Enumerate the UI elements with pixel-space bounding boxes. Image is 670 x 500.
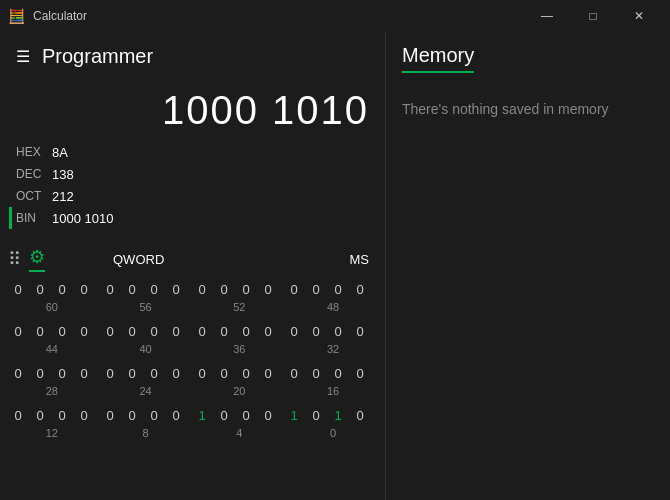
bit-numbers: 60565248 — [8, 301, 377, 313]
bit-cell[interactable]: 0 — [30, 403, 50, 427]
label-key: DEC — [16, 167, 52, 181]
bit-cell[interactable]: 1 — [192, 403, 212, 427]
bit-cell[interactable]: 0 — [306, 319, 326, 343]
bit-position-label: 48 — [289, 301, 377, 313]
bit-cell[interactable]: 0 — [30, 361, 50, 385]
bit-cell[interactable]: 0 — [144, 403, 164, 427]
bit-cell[interactable]: 0 — [166, 319, 186, 343]
bit-cell[interactable]: 0 — [122, 277, 142, 301]
bit-cell[interactable]: 0 — [328, 277, 348, 301]
bit-cell[interactable]: 0 — [122, 403, 142, 427]
bit-cell[interactable]: 0 — [236, 319, 256, 343]
bit-cell[interactable]: 0 — [350, 277, 370, 301]
bit-cell[interactable]: 0 — [100, 319, 120, 343]
bit-cell[interactable]: 0 — [192, 361, 212, 385]
bit-cell[interactable]: 0 — [214, 403, 234, 427]
bit-cell[interactable]: 0 — [166, 277, 186, 301]
memory-empty-message: There's nothing saved in memory — [402, 101, 654, 117]
bit-cell[interactable]: 0 — [8, 361, 28, 385]
bit-cell[interactable]: 0 — [306, 277, 326, 301]
ms-label: MS — [350, 252, 370, 267]
bit-cell[interactable]: 0 — [258, 361, 278, 385]
bit-group: 0000 — [100, 361, 186, 385]
maximize-button[interactable]: □ — [570, 0, 616, 32]
bit-group: 0000 — [192, 361, 278, 385]
grid-icon[interactable]: ⠿ — [8, 248, 21, 270]
close-button[interactable]: ✕ — [616, 0, 662, 32]
bit-cell[interactable]: 0 — [52, 277, 72, 301]
bit-cell[interactable]: 0 — [350, 361, 370, 385]
app-icon: 🧮 — [8, 8, 25, 24]
bit-toolbar: ⠿ ⚙ QWORD MS — [0, 241, 385, 277]
bit-position-label: 36 — [196, 343, 284, 355]
bit-cell[interactable]: 0 — [350, 319, 370, 343]
bit-cell[interactable]: 0 — [30, 319, 50, 343]
bit-cell[interactable]: 0 — [74, 403, 94, 427]
bit-cell[interactable]: 0 — [100, 403, 120, 427]
bit-position-label: 4 — [196, 427, 284, 439]
bit-cell[interactable]: 0 — [74, 277, 94, 301]
bit-group: 0000 — [100, 277, 186, 301]
bit-group: 0000 — [192, 319, 278, 343]
bit-cell[interactable]: 1 — [328, 403, 348, 427]
bit-cell[interactable]: 0 — [214, 319, 234, 343]
bit-cell[interactable]: 0 — [236, 361, 256, 385]
bit-cell[interactable]: 0 — [284, 319, 304, 343]
bit-cell[interactable]: 0 — [350, 403, 370, 427]
bit-cell[interactable]: 0 — [214, 277, 234, 301]
qword-label: QWORD — [113, 252, 164, 267]
bit-cell[interactable]: 0 — [192, 319, 212, 343]
bit-cell[interactable]: 0 — [74, 319, 94, 343]
bit-group: 0000 — [100, 403, 186, 427]
bit-position-label: 32 — [289, 343, 377, 355]
minimize-button[interactable]: — — [524, 0, 570, 32]
bit-cell[interactable]: 0 — [306, 361, 326, 385]
bit-cell[interactable]: 0 — [8, 277, 28, 301]
label-value: 8A — [52, 145, 68, 160]
bit-cell[interactable]: 0 — [258, 319, 278, 343]
app-title: Programmer — [42, 45, 153, 68]
bit-cell[interactable]: 0 — [258, 277, 278, 301]
bit-cell[interactable]: 0 — [328, 361, 348, 385]
label-row-oct: OCT212 — [16, 185, 369, 207]
bit-cell[interactable]: 0 — [284, 277, 304, 301]
bit-cell[interactable]: 1 — [284, 403, 304, 427]
bit-display: ⠿ ⚙ QWORD MS 000000000000000060565248000… — [0, 241, 385, 500]
bit-cell[interactable]: 0 — [192, 277, 212, 301]
bit-cells: 0000000010001010 — [8, 403, 377, 427]
bit-position-label: 60 — [8, 301, 96, 313]
bit-cell[interactable]: 0 — [144, 277, 164, 301]
bit-cell[interactable]: 0 — [8, 319, 28, 343]
bit-cell[interactable]: 0 — [258, 403, 278, 427]
bit-position-label: 28 — [8, 385, 96, 397]
bit-cell[interactable]: 0 — [236, 277, 256, 301]
bit-cell[interactable]: 0 — [328, 319, 348, 343]
bit-cell[interactable]: 0 — [52, 361, 72, 385]
bit-cells: 0000000000000000 — [8, 319, 377, 343]
titlebar: 🧮 Calculator — □ ✕ — [0, 0, 670, 32]
bit-cell[interactable]: 0 — [100, 277, 120, 301]
bit-cell[interactable]: 0 — [236, 403, 256, 427]
bit-cell[interactable]: 0 — [284, 361, 304, 385]
bit-cell[interactable]: 0 — [166, 403, 186, 427]
bit-numbers: 12840 — [8, 427, 377, 439]
bit-group: 0000 — [8, 319, 94, 343]
bit-cell[interactable]: 0 — [30, 277, 50, 301]
label-row-hex: HEX8A — [16, 141, 369, 163]
bit-cell[interactable]: 0 — [214, 361, 234, 385]
bit-row-group: 000000000000000044403632 — [8, 319, 377, 355]
bit-cell[interactable]: 0 — [122, 361, 142, 385]
toggle-icon[interactable]: ⚙ — [29, 246, 45, 272]
hamburger-menu-icon[interactable]: ☰ — [16, 47, 30, 66]
bit-cell[interactable]: 0 — [52, 403, 72, 427]
bit-cell[interactable]: 0 — [52, 319, 72, 343]
bit-cell[interactable]: 0 — [166, 361, 186, 385]
bit-cell[interactable]: 0 — [122, 319, 142, 343]
bit-cell[interactable]: 0 — [144, 361, 164, 385]
bit-cell[interactable]: 0 — [74, 361, 94, 385]
bit-cell[interactable]: 0 — [144, 319, 164, 343]
label-value: 138 — [52, 167, 74, 182]
bit-cell[interactable]: 0 — [306, 403, 326, 427]
bit-cell[interactable]: 0 — [100, 361, 120, 385]
bit-cell[interactable]: 0 — [8, 403, 28, 427]
